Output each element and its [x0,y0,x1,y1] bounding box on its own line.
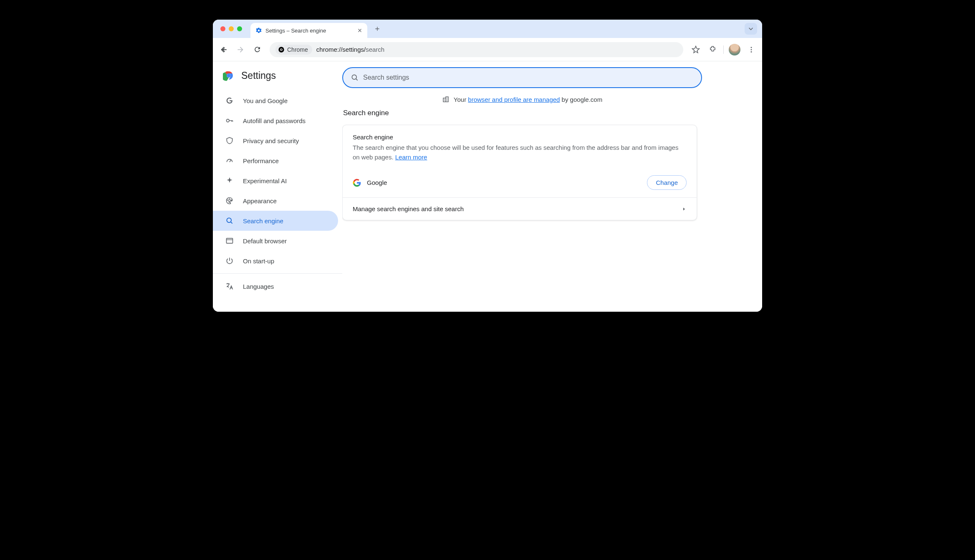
learn-more-link[interactable]: Learn more [395,154,427,161]
chevron-right-icon [682,207,687,212]
window-controls [213,26,242,31]
shield-icon [225,136,234,145]
sidebar-item-label: You and Google [243,97,288,104]
sidebar-item-you-and-google[interactable]: You and Google [213,91,338,111]
svg-rect-17 [227,238,233,243]
card-subtitle: Search engine [353,134,687,141]
sidebar-item-label: Languages [243,283,274,290]
forward-button[interactable] [233,42,248,57]
search-icon [351,73,359,82]
tab-search-button[interactable] [745,23,757,35]
reload-button[interactable] [250,42,265,57]
toolbar: Chrome chrome://settings/search [213,38,762,61]
svg-point-11 [227,74,230,77]
svg-point-5 [751,51,752,52]
back-button[interactable] [216,42,231,57]
sidebar-item-performance[interactable]: Performance [213,151,338,171]
page-title: Settings [241,70,276,81]
settings-search[interactable] [342,67,702,88]
selected-engine-name: Google [367,179,387,186]
window-icon [225,237,234,245]
site-chip-label: Chrome [287,46,308,53]
svg-point-3 [751,47,752,48]
svg-point-16 [227,218,231,222]
sidebar-item-default-browser[interactable]: Default browser [213,231,338,251]
browser-tab[interactable]: Settings – Search engine [250,23,367,38]
chrome-logo-icon [223,70,235,81]
sidebar-item-label: Privacy and security [243,137,299,144]
sidebar-item-label: Experimental AI [243,177,287,184]
browser-window: Settings – Search engine [213,20,762,312]
sidebar-item-on-startup[interactable]: On start-up [213,251,338,271]
sidebar-item-label: Default browser [243,237,287,245]
sidebar-item-experimental-ai[interactable]: Experimental AI [213,171,338,191]
sidebar-item-appearance[interactable]: Appearance [213,191,338,211]
gear-icon [255,27,262,34]
change-button[interactable]: Change [647,175,687,190]
selected-engine-row: Google Change [343,169,697,197]
extensions-button[interactable] [705,42,720,57]
profile-button[interactable] [727,42,742,57]
sidebar-item-languages[interactable]: Languages [213,276,338,296]
tab-title: Settings – Search engine [265,28,326,34]
sidebar-header: Settings [213,66,342,87]
search-icon [225,217,234,225]
window-zoom-button[interactable] [237,26,242,31]
svg-point-13 [227,200,228,201]
settings-content: Settings You and Google Autofill and pas… [213,61,762,312]
svg-point-14 [229,199,230,199]
url-display: chrome://settings/search [316,46,384,53]
svg-point-4 [751,49,752,50]
building-icon [442,96,450,103]
close-icon[interactable] [356,27,363,34]
sidebar-item-label: Performance [243,157,279,164]
site-chip[interactable]: Chrome [275,45,312,55]
window-minimize-button[interactable] [229,26,234,31]
sidebar-item-label: Search engine [243,217,283,225]
key-icon [225,116,234,125]
bookmark-button[interactable] [688,42,703,57]
chrome-icon [278,46,285,53]
sidebar: Settings You and Google Autofill and pas… [213,61,342,312]
sidebar-item-label: Appearance [243,197,277,204]
sidebar-item-autofill[interactable]: Autofill and passwords [213,111,338,131]
chrome-menu-button[interactable] [744,42,759,57]
section-title: Search engine [343,109,703,117]
tab-strip: Settings – Search engine [213,20,762,38]
separator [213,273,342,274]
search-engine-card: Search engine The search engine that you… [342,125,697,220]
svg-point-2 [281,49,282,50]
sidebar-item-label: On start-up [243,257,274,265]
svg-point-15 [231,200,232,201]
sidebar-item-search-engine[interactable]: Search engine [213,211,338,231]
address-bar[interactable]: Chrome chrome://settings/search [270,42,683,57]
sparkle-icon [225,177,234,185]
sidebar-item-label: Autofill and passwords [243,117,306,124]
svg-point-18 [352,75,356,79]
palette-icon [225,197,234,205]
manage-label: Manage search engines and site search [353,205,464,212]
new-tab-button[interactable] [371,23,383,35]
power-icon [225,257,234,265]
avatar [729,44,740,55]
manage-search-engines-row[interactable]: Manage search engines and site search [343,197,697,220]
card-description: The search engine that you choose will b… [353,143,687,162]
managed-link[interactable]: browser and profile are managed [468,96,560,103]
separator [723,45,724,54]
translate-icon [225,282,234,290]
sidebar-item-privacy[interactable]: Privacy and security [213,131,338,151]
google-g-icon [225,96,234,105]
svg-point-12 [227,119,230,122]
window-close-button[interactable] [220,26,225,31]
managed-notice: Your browser and profile are managed by … [342,96,702,103]
speedometer-icon [225,156,234,165]
sidebar-nav: You and Google Autofill and passwords Pr… [213,87,342,296]
main-panel: Your browser and profile are managed by … [342,61,762,312]
google-logo-icon [353,179,361,187]
settings-search-input[interactable] [363,74,694,81]
